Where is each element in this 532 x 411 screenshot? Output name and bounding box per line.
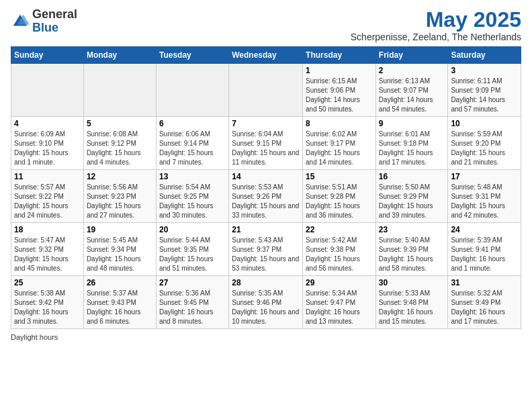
day-info: Sunrise: 5:39 AMSunset: 9:41 PMDaylight:… xyxy=(451,236,518,273)
day-info: Sunrise: 6:08 AMSunset: 9:12 PMDaylight:… xyxy=(87,130,153,167)
day-info: Sunrise: 6:13 AMSunset: 9:07 PMDaylight:… xyxy=(379,77,445,114)
table-row xyxy=(11,64,84,117)
day-info: Sunrise: 5:48 AMSunset: 9:31 PMDaylight:… xyxy=(451,183,518,220)
logo-blue-text: Blue xyxy=(32,21,58,34)
logo: General Blue xyxy=(11,8,77,35)
table-row: 10Sunrise: 5:59 AMSunset: 9:20 PMDayligh… xyxy=(448,117,521,170)
calendar-header-row: Sunday Monday Tuesday Wednesday Thursday… xyxy=(11,47,521,64)
day-number: 15 xyxy=(306,172,373,181)
table-row xyxy=(229,64,303,117)
table-row: 8Sunrise: 6:02 AMSunset: 9:17 PMDaylight… xyxy=(303,117,376,170)
day-info: Sunrise: 5:59 AMSunset: 9:20 PMDaylight:… xyxy=(451,130,518,167)
day-info: Sunrise: 5:37 AMSunset: 9:43 PMDaylight:… xyxy=(87,289,153,326)
day-number: 3 xyxy=(451,66,518,75)
day-number: 5 xyxy=(87,119,153,128)
col-thursday: Thursday xyxy=(303,47,376,64)
day-number: 4 xyxy=(14,119,81,128)
day-info: Sunrise: 6:04 AMSunset: 9:15 PMDaylight:… xyxy=(232,130,300,167)
day-number: 28 xyxy=(232,278,300,287)
table-row: 20Sunrise: 5:44 AMSunset: 9:35 PMDayligh… xyxy=(156,223,228,276)
day-number: 31 xyxy=(451,278,518,287)
table-row xyxy=(156,64,228,117)
day-info: Sunrise: 5:44 AMSunset: 9:35 PMDaylight:… xyxy=(159,236,226,273)
table-row: 5Sunrise: 6:08 AMSunset: 9:12 PMDaylight… xyxy=(83,117,156,170)
table-row: 24Sunrise: 5:39 AMSunset: 9:41 PMDayligh… xyxy=(448,223,521,276)
table-row: 21Sunrise: 5:43 AMSunset: 9:37 PMDayligh… xyxy=(229,223,303,276)
day-number: 6 xyxy=(159,119,226,128)
day-number: 17 xyxy=(451,172,518,181)
table-row: 16Sunrise: 5:50 AMSunset: 9:29 PMDayligh… xyxy=(375,170,448,223)
day-number: 16 xyxy=(379,172,445,181)
table-row: 6Sunrise: 6:06 AMSunset: 9:14 PMDaylight… xyxy=(156,117,228,170)
table-row: 26Sunrise: 5:37 AMSunset: 9:43 PMDayligh… xyxy=(83,276,156,329)
table-row: 17Sunrise: 5:48 AMSunset: 9:31 PMDayligh… xyxy=(448,170,521,223)
day-number: 18 xyxy=(14,225,81,234)
day-number: 25 xyxy=(14,278,81,287)
col-friday: Friday xyxy=(375,47,448,64)
table-row: 7Sunrise: 6:04 AMSunset: 9:15 PMDaylight… xyxy=(229,117,303,170)
table-row: 9Sunrise: 6:01 AMSunset: 9:18 PMDaylight… xyxy=(375,117,448,170)
day-info: Sunrise: 5:40 AMSunset: 9:39 PMDaylight:… xyxy=(379,236,445,273)
table-row: 13Sunrise: 5:54 AMSunset: 9:25 PMDayligh… xyxy=(156,170,228,223)
table-row: 19Sunrise: 5:45 AMSunset: 9:34 PMDayligh… xyxy=(83,223,156,276)
day-number: 11 xyxy=(14,172,81,181)
calendar-week-row: 4Sunrise: 6:09 AMSunset: 9:10 PMDaylight… xyxy=(11,117,521,170)
day-info: Sunrise: 5:51 AMSunset: 9:28 PMDaylight:… xyxy=(306,183,373,220)
day-number: 13 xyxy=(159,172,226,181)
calendar-week-row: 11Sunrise: 5:57 AMSunset: 9:22 PMDayligh… xyxy=(11,170,521,223)
day-info: Sunrise: 6:06 AMSunset: 9:14 PMDaylight:… xyxy=(159,130,226,167)
table-row: 22Sunrise: 5:42 AMSunset: 9:38 PMDayligh… xyxy=(303,223,376,276)
day-info: Sunrise: 5:47 AMSunset: 9:32 PMDaylight:… xyxy=(14,236,81,273)
calendar-week-row: 25Sunrise: 5:38 AMSunset: 9:42 PMDayligh… xyxy=(11,276,521,329)
day-number: 22 xyxy=(306,225,373,234)
day-info: Sunrise: 5:35 AMSunset: 9:46 PMDaylight:… xyxy=(232,289,300,326)
day-info: Sunrise: 5:43 AMSunset: 9:37 PMDaylight:… xyxy=(232,236,300,273)
table-row: 30Sunrise: 5:33 AMSunset: 9:48 PMDayligh… xyxy=(375,276,448,329)
calendar: Sunday Monday Tuesday Wednesday Thursday… xyxy=(11,46,521,329)
day-number: 1 xyxy=(306,66,373,75)
table-row: 18Sunrise: 5:47 AMSunset: 9:32 PMDayligh… xyxy=(11,223,84,276)
calendar-week-row: 18Sunrise: 5:47 AMSunset: 9:32 PMDayligh… xyxy=(11,223,521,276)
logo-icon xyxy=(11,12,30,31)
table-row: 15Sunrise: 5:51 AMSunset: 9:28 PMDayligh… xyxy=(303,170,376,223)
day-info: Sunrise: 5:34 AMSunset: 9:47 PMDaylight:… xyxy=(306,289,373,326)
location: Scherpenisse, Zeeland, The Netherlands xyxy=(351,32,521,42)
table-row: 29Sunrise: 5:34 AMSunset: 9:47 PMDayligh… xyxy=(303,276,376,329)
day-number: 20 xyxy=(159,225,226,234)
table-row: 28Sunrise: 5:35 AMSunset: 9:46 PMDayligh… xyxy=(229,276,303,329)
day-info: Sunrise: 6:11 AMSunset: 9:09 PMDaylight:… xyxy=(451,77,518,114)
col-monday: Monday xyxy=(83,47,156,64)
table-row: 1Sunrise: 6:15 AMSunset: 9:06 PMDaylight… xyxy=(303,64,376,117)
table-row: 25Sunrise: 5:38 AMSunset: 9:42 PMDayligh… xyxy=(11,276,84,329)
day-number: 2 xyxy=(379,66,445,75)
table-row: 14Sunrise: 5:53 AMSunset: 9:26 PMDayligh… xyxy=(229,170,303,223)
day-info: Sunrise: 5:57 AMSunset: 9:22 PMDaylight:… xyxy=(14,183,81,220)
day-number: 8 xyxy=(306,119,373,128)
day-number: 12 xyxy=(87,172,153,181)
title-block: May 2025 Scherpenisse, Zeeland, The Neth… xyxy=(351,8,521,42)
day-number: 21 xyxy=(232,225,300,234)
day-info: Sunrise: 5:36 AMSunset: 9:45 PMDaylight:… xyxy=(159,289,226,326)
day-number: 7 xyxy=(232,119,300,128)
day-info: Sunrise: 5:53 AMSunset: 9:26 PMDaylight:… xyxy=(232,183,300,220)
day-info: Sunrise: 5:33 AMSunset: 9:48 PMDaylight:… xyxy=(379,289,445,326)
table-row: 12Sunrise: 5:56 AMSunset: 9:23 PMDayligh… xyxy=(83,170,156,223)
day-info: Sunrise: 5:32 AMSunset: 9:49 PMDaylight:… xyxy=(451,289,518,326)
month-title: May 2025 xyxy=(351,8,521,32)
table-row: 31Sunrise: 5:32 AMSunset: 9:49 PMDayligh… xyxy=(448,276,521,329)
day-info: Sunrise: 6:01 AMSunset: 9:18 PMDaylight:… xyxy=(379,130,445,167)
table-row xyxy=(83,64,156,117)
day-number: 23 xyxy=(379,225,445,234)
day-info: Sunrise: 6:09 AMSunset: 9:10 PMDaylight:… xyxy=(14,130,81,167)
day-number: 26 xyxy=(87,278,153,287)
table-row: 27Sunrise: 5:36 AMSunset: 9:45 PMDayligh… xyxy=(156,276,228,329)
day-number: 29 xyxy=(306,278,373,287)
daylight-label: Daylight hours xyxy=(11,333,58,341)
day-info: Sunrise: 5:45 AMSunset: 9:34 PMDaylight:… xyxy=(87,236,153,273)
day-info: Sunrise: 5:38 AMSunset: 9:42 PMDaylight:… xyxy=(14,289,81,326)
day-info: Sunrise: 5:56 AMSunset: 9:23 PMDaylight:… xyxy=(87,183,153,220)
day-info: Sunrise: 6:02 AMSunset: 9:17 PMDaylight:… xyxy=(306,130,373,167)
day-number: 14 xyxy=(232,172,300,181)
col-saturday: Saturday xyxy=(448,47,521,64)
calendar-week-row: 1Sunrise: 6:15 AMSunset: 9:06 PMDaylight… xyxy=(11,64,521,117)
